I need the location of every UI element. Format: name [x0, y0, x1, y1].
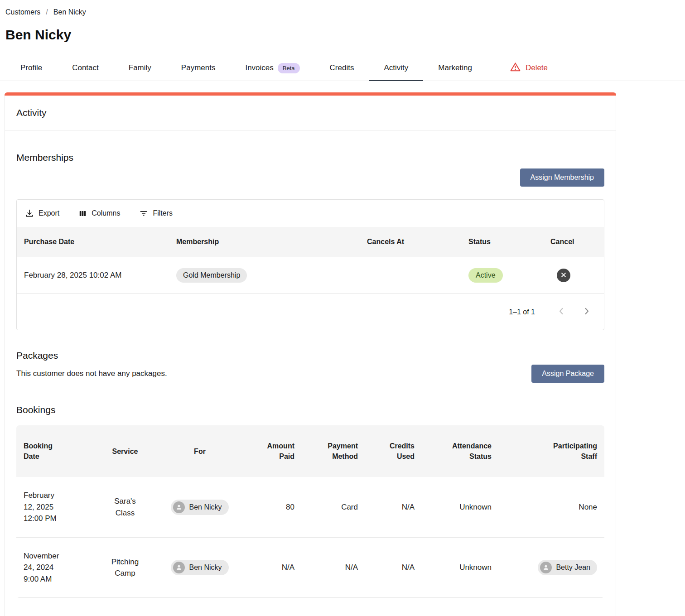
card-accent-bar	[5, 92, 616, 96]
for-cell: Ben Nicky	[157, 547, 243, 588]
customer-chip-label: Ben Nicky	[189, 562, 222, 573]
export-label: Export	[39, 209, 59, 217]
service-cell: Pitching Camp	[93, 544, 157, 592]
tab-marketing[interactable]: Marketing	[423, 55, 487, 81]
filters-button[interactable]: Filters	[139, 209, 173, 218]
col-cancel: Cancel	[543, 227, 604, 257]
next-page-button[interactable]	[581, 306, 592, 318]
columns-icon	[78, 209, 87, 218]
tab-family[interactable]: Family	[114, 55, 166, 81]
service-cell: Sara's Class	[93, 483, 157, 531]
status-badge: Active	[468, 268, 503, 283]
col-payment-method[interactable]: Payment Method	[302, 425, 365, 477]
cancels-at-cell	[360, 265, 461, 286]
breadcrumb-customers[interactable]: Customers	[5, 8, 40, 16]
col-purchase-date[interactable]: Purchase Date	[17, 227, 169, 257]
staff-chip: Betty Jean	[538, 560, 597, 575]
booking-row: November 24, 2024 9:00 AM Pitching Camp …	[16, 538, 604, 598]
filters-label: Filters	[153, 209, 173, 217]
person-icon	[173, 562, 185, 573]
memberships-pagination: 1–1 of 1	[17, 294, 604, 330]
filter-icon	[139, 209, 148, 218]
customer-page: Customers / Ben Nicky Ben Nicky Profile …	[0, 0, 685, 616]
breadcrumb-current: Ben Nicky	[53, 8, 86, 16]
tab-label: Marketing	[438, 63, 472, 72]
prev-page-button[interactable]	[556, 306, 567, 318]
bookings-header-row: Booking Date Service For Amount Paid Pay…	[16, 425, 604, 477]
packages-section: Packages This customer does not have any…	[16, 350, 604, 383]
staff-chip-label: Betty Jean	[556, 562, 590, 573]
tab-contact[interactable]: Contact	[57, 55, 114, 81]
tab-label: Family	[129, 63, 151, 72]
tab-label: Delete	[526, 63, 548, 72]
memberships-table: Export Columns Filters	[16, 199, 604, 330]
col-for[interactable]: For	[157, 431, 243, 472]
packages-title: Packages	[16, 350, 604, 361]
tab-profile[interactable]: Profile	[5, 55, 57, 81]
tab-payments[interactable]: Payments	[166, 55, 231, 81]
customer-chip[interactable]: Ben Nicky	[171, 500, 228, 515]
membership-row: February 28, 2025 10:02 AM Gold Membersh…	[17, 257, 604, 294]
customer-chip[interactable]: Ben Nicky	[171, 560, 228, 575]
chevron-right-icon	[581, 306, 592, 318]
col-attendance-status[interactable]: Attendance Status	[422, 425, 499, 477]
assign-membership-button[interactable]: Assign Membership	[520, 168, 605, 187]
tab-delete[interactable]: Delete	[494, 55, 563, 81]
amount-paid-cell: 80	[243, 489, 302, 526]
membership-cell: Gold Membership	[169, 257, 360, 294]
col-membership[interactable]: Membership	[169, 227, 360, 257]
close-icon	[560, 272, 567, 279]
col-booking-date[interactable]: Booking Date	[16, 425, 93, 477]
columns-label: Columns	[92, 209, 120, 217]
activity-card-title: Activity	[5, 96, 616, 130]
memberships-title: Memberships	[16, 152, 604, 163]
for-cell: Ben Nicky	[157, 487, 243, 528]
bookings-section: Bookings Booking Date Service For Amount…	[16, 404, 604, 598]
page-title: Ben Nicky	[5, 27, 676, 43]
col-cancels-at[interactable]: Cancels At	[360, 227, 461, 257]
export-button[interactable]: Export	[25, 209, 59, 218]
chevron-left-icon	[556, 306, 567, 318]
booking-date-cell: November 24, 2024 9:00 AM	[16, 538, 93, 598]
packages-empty-text: This customer does not have any packages…	[16, 369, 167, 378]
pagination-label: 1–1 of 1	[509, 308, 535, 316]
breadcrumb: Customers / Ben Nicky	[5, 8, 676, 16]
tab-invoices[interactable]: Invoices Beta	[230, 55, 314, 81]
tab-label: Contact	[72, 63, 99, 72]
warning-icon	[509, 62, 521, 75]
tab-activity[interactable]: Activity	[369, 55, 423, 81]
bookings-table: Booking Date Service For Amount Paid Pay…	[16, 425, 604, 598]
person-icon	[173, 501, 185, 513]
assign-package-button[interactable]: Assign Package	[531, 365, 604, 383]
amount-paid-cell: N/A	[243, 549, 302, 586]
tab-label: Payments	[181, 63, 216, 72]
download-icon	[25, 209, 34, 218]
tab-credits[interactable]: Credits	[315, 55, 369, 81]
col-service[interactable]: Service	[93, 431, 157, 472]
participating-staff-cell: Betty Jean	[499, 547, 604, 588]
customer-chip-label: Ben Nicky	[189, 502, 222, 513]
beta-badge: Beta	[278, 63, 300, 73]
col-amount-paid[interactable]: Amount Paid	[243, 425, 302, 477]
tab-label: Invoices	[245, 63, 273, 72]
cancel-membership-button[interactable]	[557, 269, 570, 282]
tab-label: Profile	[20, 63, 42, 72]
tab-label: Credits	[330, 63, 354, 72]
person-icon	[540, 562, 552, 573]
purchase-date-cell: February 28, 2025 10:02 AM	[17, 260, 169, 291]
memberships-toolbar: Export Columns Filters	[17, 200, 604, 227]
tab-label: Activity	[384, 63, 408, 72]
payment-method-cell: N/A	[302, 549, 365, 586]
credits-used-cell: N/A	[365, 549, 422, 586]
booking-date-cell: February 12, 2025 12:00 PM	[16, 477, 93, 537]
payment-method-cell: Card	[302, 489, 365, 526]
columns-button[interactable]: Columns	[78, 209, 120, 218]
col-participating-staff[interactable]: Participating Staff	[499, 425, 604, 477]
participating-staff-cell: None	[499, 489, 604, 526]
col-status[interactable]: Status	[461, 227, 543, 257]
cancel-cell	[543, 258, 604, 293]
status-cell: Active	[461, 257, 543, 294]
col-credits-used[interactable]: Credits Used	[365, 425, 422, 477]
attendance-status-cell: Unknown	[422, 549, 499, 586]
memberships-header-row: Purchase Date Membership Cancels At Stat…	[17, 227, 604, 257]
